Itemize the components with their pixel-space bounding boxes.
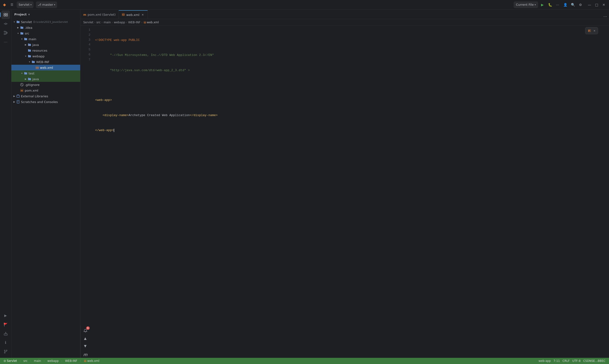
- tree-item-webapp[interactable]: ▾ webapp: [12, 53, 80, 59]
- scroll-down-button[interactable]: ▼: [82, 343, 89, 349]
- notification-button[interactable]: 1: [82, 327, 89, 334]
- project-name: Servlet: [19, 3, 29, 6]
- breadcrumb-webxml[interactable]: </> web.xml: [143, 21, 159, 24]
- status-webxml[interactable]: </> web.xml: [83, 358, 101, 364]
- gitignore-icon: [20, 83, 24, 87]
- status-servlet-label: ⊙ Servlet: [4, 359, 17, 363]
- debug-button[interactable]: 🐛: [547, 1, 553, 8]
- status-bar: ⊙ Servlet › src › main › webapp › WEB-IN…: [0, 358, 609, 364]
- folder-icon-java-test: [28, 77, 31, 81]
- sidebar-arrow: ∨: [28, 13, 30, 16]
- tree-label-test: test: [28, 72, 35, 75]
- tree-item-main[interactable]: ▾ main: [12, 36, 80, 42]
- status-webapp-indicator[interactable]: web-app: [537, 358, 552, 364]
- tree-label-resources: resources: [32, 49, 47, 52]
- tree-label-java-test: java: [32, 77, 39, 81]
- tree-item-java-main[interactable]: ▶ j java: [12, 42, 80, 48]
- scratches-icon: [16, 100, 20, 104]
- activity-structure[interactable]: [1, 28, 10, 37]
- search-button[interactable]: 🔍: [570, 1, 576, 8]
- tree-item-src[interactable]: ▾ src: [12, 30, 80, 36]
- status-eol[interactable]: CRLF: [561, 358, 571, 364]
- folder-icon-java-main: j: [28, 43, 31, 47]
- folder-icon-servlet: [16, 20, 20, 24]
- branch-selector[interactable]: ⎇ master ▾: [36, 1, 57, 8]
- mini-toolbar-icon[interactable]: P: [587, 28, 592, 33]
- tab-bar: m pom.xml (Servlet) </> web.xml ✕ ⋯: [80, 10, 609, 19]
- activity-debug[interactable]: 🚩: [1, 320, 10, 329]
- right-panel-m[interactable]: m: [82, 351, 89, 358]
- activity-commit[interactable]: [1, 20, 10, 28]
- activity-project[interactable]: [1, 11, 10, 19]
- svg-text:</>: </>: [84, 360, 87, 362]
- xml-icon-web: xml: [35, 66, 39, 69]
- breadcrumb-servlet[interactable]: Servlet: [83, 21, 93, 24]
- status-src[interactable]: src: [22, 358, 29, 364]
- activity-git[interactable]: [1, 347, 10, 356]
- tab-pom-xml[interactable]: m pom.xml (Servlet): [80, 10, 119, 19]
- svg-rect-2: [4, 15, 5, 16]
- tree-item-test[interactable]: ▾ test: [12, 70, 80, 76]
- breadcrumb-main[interactable]: main: [104, 21, 111, 24]
- svg-text:m: m: [21, 90, 23, 92]
- activity-build[interactable]: [1, 329, 10, 338]
- tree-item-external-libs[interactable]: ▶ External Libraries: [12, 93, 80, 99]
- folder-icon-main: [24, 37, 28, 41]
- tree-item-gitignore[interactable]: .gitignore: [12, 82, 80, 88]
- profile-button[interactable]: 👤: [562, 1, 569, 8]
- tree-arrow-web-xml: [31, 66, 35, 69]
- svg-rect-7: [4, 31, 5, 32]
- tree-item-web-xml[interactable]: xml web.xml: [12, 65, 80, 70]
- tree-arrow-scratches: ▶: [12, 100, 16, 104]
- breadcrumb-webapp[interactable]: webapp: [114, 21, 125, 24]
- scroll-up-button[interactable]: ▲: [82, 335, 89, 342]
- tree-item-servlet[interactable]: ▾ Servlet D:\code\2023_java\Servlet: [12, 19, 80, 25]
- editor-wrapper: m pom.xml (Servlet) </> web.xml ✕ ⋯ Serv…: [80, 10, 609, 358]
- maximize-button[interactable]: □: [593, 1, 600, 8]
- tree-label-java-main: java: [32, 43, 39, 47]
- more-options-button[interactable]: ⋯: [554, 1, 561, 8]
- activity-info[interactable]: ℹ: [1, 338, 10, 347]
- tab-web-xml[interactable]: </> web.xml ✕: [119, 10, 148, 19]
- line-numbers: 1 2 3 4 5 6 7: [80, 26, 92, 325]
- tree-label-external-libs: External Libraries: [21, 94, 48, 98]
- mini-toolbar-close[interactable]: ✕: [593, 29, 596, 33]
- minimize-button[interactable]: —: [586, 1, 593, 8]
- status-servlet[interactable]: ⊙ Servlet: [2, 358, 18, 364]
- main-layout: ⋯ ▶ 🚩 ℹ: [0, 10, 609, 358]
- tree-arrow-java-main: ▶: [24, 43, 28, 47]
- activity-more[interactable]: ⋯: [1, 38, 10, 46]
- svg-line-23: [21, 84, 23, 85]
- tree-item-scratches[interactable]: ▶ Scratches and Consoles: [12, 99, 80, 105]
- status-charset[interactable]: UTF-8: [571, 358, 582, 364]
- app-logo: ◆: [2, 2, 7, 7]
- run-config-selector[interactable]: Current File ▾: [514, 1, 538, 8]
- tab-bar-options[interactable]: ⋯: [603, 14, 609, 19]
- tree-item-webinf[interactable]: ▾ WEB-INF: [12, 59, 80, 65]
- branch-icon: ⎇: [38, 3, 41, 6]
- window-controls: — □ ✕: [586, 1, 607, 8]
- tree-item-idea[interactable]: ▶ .idea: [12, 25, 80, 30]
- status-position-text: 7:11: [553, 359, 560, 363]
- code-editor[interactable]: <!DOCTYPE web-app PUBLIC "-//Sun Microsy…: [92, 26, 609, 325]
- hamburger-menu[interactable]: ☰: [9, 1, 15, 8]
- project-selector[interactable]: Servlet ▾: [17, 1, 34, 8]
- tree-label-idea: .idea: [25, 26, 32, 29]
- close-button[interactable]: ✕: [600, 1, 607, 8]
- breadcrumb-webinf[interactable]: WEB-INF: [128, 21, 140, 24]
- tree-item-java-test[interactable]: ▶ java: [12, 76, 80, 82]
- tree-arrow-src: ▾: [16, 31, 20, 35]
- status-webinf[interactable]: WEB-INF: [64, 358, 78, 364]
- settings-button[interactable]: ⚙: [577, 1, 584, 8]
- activity-run[interactable]: ▶: [1, 311, 10, 320]
- tree-item-resources[interactable]: resources: [12, 48, 80, 53]
- tab-web-xml-close[interactable]: ✕: [141, 13, 145, 17]
- tree-item-pom[interactable]: m pom.xml: [12, 88, 80, 93]
- status-main[interactable]: main: [33, 358, 42, 364]
- status-indent[interactable]: CSDNSE...BBEC: [582, 358, 607, 364]
- status-position[interactable]: 7:11: [552, 358, 561, 364]
- run-button[interactable]: ▶: [539, 1, 546, 8]
- breadcrumb-src[interactable]: src: [96, 21, 101, 24]
- status-webapp[interactable]: webapp: [46, 358, 60, 364]
- tree-label-scratches: Scratches and Consoles: [21, 100, 58, 104]
